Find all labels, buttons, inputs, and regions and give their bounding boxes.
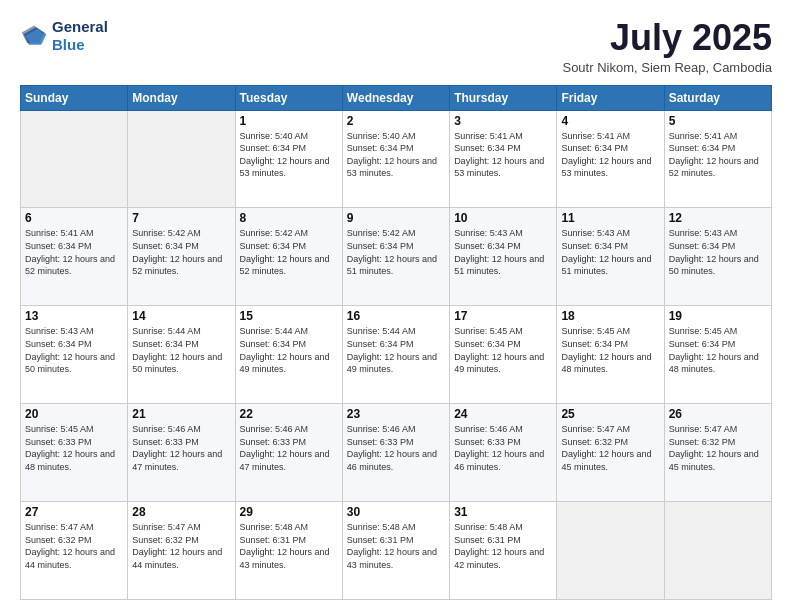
calendar-day-cell: 24Sunrise: 5:46 AM Sunset: 6:33 PM Dayli… (450, 404, 557, 502)
calendar-day-cell (128, 110, 235, 208)
calendar-day-cell: 15Sunrise: 5:44 AM Sunset: 6:34 PM Dayli… (235, 306, 342, 404)
calendar-day-cell: 7Sunrise: 5:42 AM Sunset: 6:34 PM Daylig… (128, 208, 235, 306)
day-info: Sunrise: 5:41 AM Sunset: 6:34 PM Dayligh… (25, 227, 123, 277)
day-info: Sunrise: 5:42 AM Sunset: 6:34 PM Dayligh… (347, 227, 445, 277)
day-number: 12 (669, 211, 767, 225)
calendar-day-cell: 6Sunrise: 5:41 AM Sunset: 6:34 PM Daylig… (21, 208, 128, 306)
logo: General Blue (20, 18, 108, 54)
day-info: Sunrise: 5:41 AM Sunset: 6:34 PM Dayligh… (561, 130, 659, 180)
weekday-header-thursday: Thursday (450, 85, 557, 110)
day-number: 20 (25, 407, 123, 421)
day-number: 14 (132, 309, 230, 323)
day-number: 2 (347, 114, 445, 128)
day-number: 16 (347, 309, 445, 323)
day-number: 21 (132, 407, 230, 421)
calendar-day-cell: 22Sunrise: 5:46 AM Sunset: 6:33 PM Dayli… (235, 404, 342, 502)
weekday-header-row: SundayMondayTuesdayWednesdayThursdayFrid… (21, 85, 772, 110)
day-info: Sunrise: 5:48 AM Sunset: 6:31 PM Dayligh… (454, 521, 552, 571)
day-info: Sunrise: 5:41 AM Sunset: 6:34 PM Dayligh… (454, 130, 552, 180)
calendar-day-cell: 10Sunrise: 5:43 AM Sunset: 6:34 PM Dayli… (450, 208, 557, 306)
calendar-day-cell (21, 110, 128, 208)
calendar-day-cell: 18Sunrise: 5:45 AM Sunset: 6:34 PM Dayli… (557, 306, 664, 404)
day-info: Sunrise: 5:47 AM Sunset: 6:32 PM Dayligh… (669, 423, 767, 473)
day-number: 6 (25, 211, 123, 225)
day-number: 1 (240, 114, 338, 128)
day-info: Sunrise: 5:45 AM Sunset: 6:34 PM Dayligh… (669, 325, 767, 375)
day-info: Sunrise: 5:46 AM Sunset: 6:33 PM Dayligh… (132, 423, 230, 473)
calendar-day-cell: 21Sunrise: 5:46 AM Sunset: 6:33 PM Dayli… (128, 404, 235, 502)
weekday-header-wednesday: Wednesday (342, 85, 449, 110)
calendar-day-cell: 26Sunrise: 5:47 AM Sunset: 6:32 PM Dayli… (664, 404, 771, 502)
calendar-day-cell: 30Sunrise: 5:48 AM Sunset: 6:31 PM Dayli… (342, 502, 449, 600)
day-info: Sunrise: 5:45 AM Sunset: 6:34 PM Dayligh… (454, 325, 552, 375)
calendar-day-cell (664, 502, 771, 600)
day-number: 11 (561, 211, 659, 225)
day-number: 18 (561, 309, 659, 323)
calendar-day-cell: 4Sunrise: 5:41 AM Sunset: 6:34 PM Daylig… (557, 110, 664, 208)
day-info: Sunrise: 5:45 AM Sunset: 6:33 PM Dayligh… (25, 423, 123, 473)
calendar-day-cell (557, 502, 664, 600)
calendar-week-row: 27Sunrise: 5:47 AM Sunset: 6:32 PM Dayli… (21, 502, 772, 600)
day-number: 28 (132, 505, 230, 519)
day-number: 30 (347, 505, 445, 519)
day-number: 25 (561, 407, 659, 421)
day-number: 8 (240, 211, 338, 225)
calendar-table: SundayMondayTuesdayWednesdayThursdayFrid… (20, 85, 772, 600)
day-number: 24 (454, 407, 552, 421)
day-info: Sunrise: 5:47 AM Sunset: 6:32 PM Dayligh… (132, 521, 230, 571)
weekday-header-tuesday: Tuesday (235, 85, 342, 110)
calendar-day-cell: 9Sunrise: 5:42 AM Sunset: 6:34 PM Daylig… (342, 208, 449, 306)
logo-icon (20, 22, 48, 50)
day-number: 26 (669, 407, 767, 421)
day-info: Sunrise: 5:43 AM Sunset: 6:34 PM Dayligh… (669, 227, 767, 277)
day-info: Sunrise: 5:48 AM Sunset: 6:31 PM Dayligh… (347, 521, 445, 571)
day-info: Sunrise: 5:44 AM Sunset: 6:34 PM Dayligh… (132, 325, 230, 375)
day-info: Sunrise: 5:40 AM Sunset: 6:34 PM Dayligh… (240, 130, 338, 180)
month-title: July 2025 (562, 18, 772, 58)
page: General Blue July 2025 Soutr Nikom, Siem… (0, 0, 792, 612)
calendar-day-cell: 1Sunrise: 5:40 AM Sunset: 6:34 PM Daylig… (235, 110, 342, 208)
day-number: 4 (561, 114, 659, 128)
calendar-day-cell: 20Sunrise: 5:45 AM Sunset: 6:33 PM Dayli… (21, 404, 128, 502)
day-info: Sunrise: 5:47 AM Sunset: 6:32 PM Dayligh… (25, 521, 123, 571)
weekday-header-sunday: Sunday (21, 85, 128, 110)
calendar-day-cell: 16Sunrise: 5:44 AM Sunset: 6:34 PM Dayli… (342, 306, 449, 404)
calendar-day-cell: 19Sunrise: 5:45 AM Sunset: 6:34 PM Dayli… (664, 306, 771, 404)
weekday-header-saturday: Saturday (664, 85, 771, 110)
day-info: Sunrise: 5:46 AM Sunset: 6:33 PM Dayligh… (240, 423, 338, 473)
calendar-week-row: 20Sunrise: 5:45 AM Sunset: 6:33 PM Dayli… (21, 404, 772, 502)
day-info: Sunrise: 5:43 AM Sunset: 6:34 PM Dayligh… (561, 227, 659, 277)
calendar-week-row: 6Sunrise: 5:41 AM Sunset: 6:34 PM Daylig… (21, 208, 772, 306)
day-info: Sunrise: 5:42 AM Sunset: 6:34 PM Dayligh… (240, 227, 338, 277)
calendar-day-cell: 28Sunrise: 5:47 AM Sunset: 6:32 PM Dayli… (128, 502, 235, 600)
day-number: 13 (25, 309, 123, 323)
calendar-day-cell: 17Sunrise: 5:45 AM Sunset: 6:34 PM Dayli… (450, 306, 557, 404)
day-number: 17 (454, 309, 552, 323)
calendar-day-cell: 3Sunrise: 5:41 AM Sunset: 6:34 PM Daylig… (450, 110, 557, 208)
day-info: Sunrise: 5:46 AM Sunset: 6:33 PM Dayligh… (347, 423, 445, 473)
calendar-day-cell: 25Sunrise: 5:47 AM Sunset: 6:32 PM Dayli… (557, 404, 664, 502)
calendar-day-cell: 27Sunrise: 5:47 AM Sunset: 6:32 PM Dayli… (21, 502, 128, 600)
day-info: Sunrise: 5:45 AM Sunset: 6:34 PM Dayligh… (561, 325, 659, 375)
calendar-day-cell: 5Sunrise: 5:41 AM Sunset: 6:34 PM Daylig… (664, 110, 771, 208)
day-info: Sunrise: 5:43 AM Sunset: 6:34 PM Dayligh… (454, 227, 552, 277)
day-info: Sunrise: 5:44 AM Sunset: 6:34 PM Dayligh… (240, 325, 338, 375)
calendar-day-cell: 29Sunrise: 5:48 AM Sunset: 6:31 PM Dayli… (235, 502, 342, 600)
day-info: Sunrise: 5:41 AM Sunset: 6:34 PM Dayligh… (669, 130, 767, 180)
title-block: July 2025 Soutr Nikom, Siem Reap, Cambod… (562, 18, 772, 75)
weekday-header-monday: Monday (128, 85, 235, 110)
day-info: Sunrise: 5:42 AM Sunset: 6:34 PM Dayligh… (132, 227, 230, 277)
day-info: Sunrise: 5:46 AM Sunset: 6:33 PM Dayligh… (454, 423, 552, 473)
day-number: 5 (669, 114, 767, 128)
day-number: 19 (669, 309, 767, 323)
day-number: 31 (454, 505, 552, 519)
calendar-day-cell: 14Sunrise: 5:44 AM Sunset: 6:34 PM Dayli… (128, 306, 235, 404)
calendar-day-cell: 8Sunrise: 5:42 AM Sunset: 6:34 PM Daylig… (235, 208, 342, 306)
calendar-day-cell: 31Sunrise: 5:48 AM Sunset: 6:31 PM Dayli… (450, 502, 557, 600)
day-number: 22 (240, 407, 338, 421)
day-number: 10 (454, 211, 552, 225)
logo-text: General Blue (52, 18, 108, 54)
day-info: Sunrise: 5:40 AM Sunset: 6:34 PM Dayligh… (347, 130, 445, 180)
day-number: 9 (347, 211, 445, 225)
day-info: Sunrise: 5:48 AM Sunset: 6:31 PM Dayligh… (240, 521, 338, 571)
